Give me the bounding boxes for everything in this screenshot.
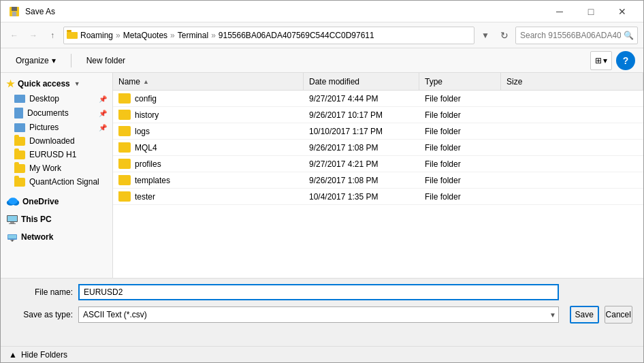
sidebar-item-eurusd[interactable]: EURUSD H1 <box>1 148 112 161</box>
date-config: 9/27/2017 4:44 PM <box>304 94 419 104</box>
close-button[interactable]: ✕ <box>607 1 638 22</box>
header-type[interactable]: Type <box>419 73 501 90</box>
date-mql4: 9/26/2017 1:08 PM <box>304 143 419 153</box>
dropdown-arrow-button[interactable]: ▼ <box>477 27 494 44</box>
type-logs: File folder <box>419 127 501 136</box>
forward-button[interactable]: → <box>25 27 42 44</box>
header-size[interactable]: Size <box>501 73 643 90</box>
table-row[interactable]: logs 10/10/2017 1:17 PM File folder <box>113 123 643 140</box>
mywork-folder-icon <box>14 164 25 173</box>
sidebar-thispc-header[interactable]: This PC <box>1 212 112 227</box>
desktop-icon <box>14 95 25 103</box>
refresh-button[interactable]: ↻ <box>496 27 513 44</box>
type-templates: File folder <box>419 176 501 185</box>
header-name-label: Name <box>118 77 140 86</box>
minimize-button[interactable]: ─ <box>544 1 575 22</box>
header-size-label: Size <box>506 77 522 86</box>
sidebar-item-mywork[interactable]: My Work <box>1 161 112 175</box>
sidebar-onedrive-header[interactable]: OneDrive <box>1 194 112 209</box>
thispc-label: This PC <box>21 215 52 224</box>
table-row[interactable]: history 9/26/2017 10:17 PM File folder <box>113 107 643 123</box>
type-config: File folder <box>419 94 501 104</box>
sidebar-quick-access-header[interactable]: ★ Quick access ▼ <box>1 76 112 92</box>
breadcrumb-sep2: » <box>170 31 175 40</box>
new-folder-button[interactable]: New folder <box>80 51 132 70</box>
save-title-icon <box>9 6 20 17</box>
header-name[interactable]: Name ▲ <box>113 73 304 90</box>
organize-button[interactable]: Organize ▾ <box>9 51 63 70</box>
table-row[interactable]: config 9/27/2017 4:44 PM File folder <box>113 91 643 107</box>
savetype-select-wrapper: ASCII Text (*.csv) ▼ <box>78 306 559 323</box>
date-history: 9/26/2017 10:17 PM <box>304 110 419 120</box>
sidebar-mywork-label: My Work <box>29 163 61 173</box>
sidebar-item-desktop[interactable]: Desktop 📌 <box>1 92 112 106</box>
filename-history: history <box>135 110 159 120</box>
type-profiles: File folder <box>419 159 501 169</box>
filename-tester: tester <box>135 192 155 202</box>
savetype-select[interactable]: ASCII Text (*.csv) <box>78 306 559 323</box>
hide-folders-bar[interactable]: ▲ Hide Folders <box>1 346 643 362</box>
filename-logs: logs <box>135 127 150 136</box>
save-as-dialog: Save As ─ □ ✕ ← → ↑ Roaming » MetaQuotes… <box>0 0 644 363</box>
search-wrapper: 🔍 <box>515 27 638 44</box>
breadcrumb-bar[interactable]: Roaming » MetaQuotes » Terminal » 915566… <box>63 27 474 44</box>
table-row[interactable]: tester 10/4/2017 1:35 PM File folder <box>113 189 643 205</box>
sidebar-item-downloaded[interactable]: Downloaded <box>1 134 112 148</box>
search-input[interactable] <box>515 27 638 44</box>
pin-icon-pictures: 📌 <box>99 124 107 131</box>
filename-input[interactable] <box>78 284 559 300</box>
up-button[interactable]: ↑ <box>44 27 61 44</box>
breadcrumb-id[interactable]: 915566BA06ADA407569C544CC0D97611 <box>219 31 374 40</box>
cancel-button[interactable]: Cancel <box>605 306 633 323</box>
organize-arrow: ▾ <box>52 56 56 65</box>
type-history: File folder <box>419 110 501 120</box>
quick-access-chevron-icon: ▼ <box>74 80 80 87</box>
breadcrumb-folder-icon <box>67 30 78 40</box>
svg-rect-14 <box>10 240 14 240</box>
save-button[interactable]: Save <box>570 306 599 323</box>
date-tester: 10/4/2017 1:35 PM <box>304 192 419 202</box>
table-row[interactable]: MQL4 9/26/2017 1:08 PM File folder <box>113 140 643 156</box>
svg-rect-2 <box>12 12 16 16</box>
network-label: Network <box>21 232 53 242</box>
sidebar-item-quantaction[interactable]: QuantAction Signal <box>1 175 112 189</box>
file-list-area: Name ▲ Date modified Type Size config <box>113 73 643 278</box>
breadcrumb-path: Roaming » MetaQuotes » Terminal » 915566… <box>80 31 374 40</box>
sidebar-desktop-label: Desktop <box>29 94 59 104</box>
breadcrumb-roaming[interactable]: Roaming <box>80 31 113 40</box>
sidebar-network-header[interactable]: Network <box>1 230 112 244</box>
file-list-header: Name ▲ Date modified Type Size <box>113 73 643 91</box>
network-icon <box>6 232 18 242</box>
downloaded-folder-icon <box>14 137 25 146</box>
maximize-button[interactable]: □ <box>575 1 607 22</box>
sidebar: ★ Quick access ▼ Desktop 📌 Documents 📌 P… <box>1 73 113 278</box>
table-row[interactable]: profiles 9/27/2017 4:21 PM File folder <box>113 156 643 172</box>
breadcrumb-metaquotes[interactable]: MetaQuotes <box>123 31 167 40</box>
view-icon: ⊞ <box>595 56 602 65</box>
table-row[interactable]: templates 9/26/2017 1:08 PM File folder <box>113 172 643 189</box>
svg-rect-11 <box>9 223 16 224</box>
help-button[interactable]: ? <box>616 51 635 70</box>
svg-rect-1 <box>12 7 17 11</box>
title-buttons: ─ □ ✕ <box>544 1 638 22</box>
view-button[interactable]: ⊞ ▾ <box>590 51 612 70</box>
new-folder-label: New folder <box>86 56 125 65</box>
back-button[interactable]: ← <box>6 27 22 44</box>
svg-point-7 <box>8 198 17 204</box>
sidebar-item-pictures[interactable]: Pictures 📌 <box>1 121 112 134</box>
svg-rect-9 <box>7 216 17 221</box>
toolbar-divider <box>71 54 71 67</box>
breadcrumb-sep3: » <box>211 31 216 40</box>
header-type-label: Type <box>425 77 442 86</box>
view-arrow: ▾ <box>603 56 607 65</box>
header-date[interactable]: Date modified <box>304 73 419 90</box>
hide-folders-label: Hide Folders <box>21 350 67 360</box>
window-title: Save As <box>25 7 55 16</box>
sidebar-item-documents[interactable]: Documents 📌 <box>1 106 112 121</box>
breadcrumb-terminal[interactable]: Terminal <box>178 31 208 40</box>
filename-templates: templates <box>135 176 170 185</box>
address-bar: ← → ↑ Roaming » MetaQuotes » Terminal » … <box>1 22 643 48</box>
eurusd-folder-icon <box>14 151 25 159</box>
filename-label: File name: <box>12 287 73 297</box>
folder-icon-logs <box>118 126 131 136</box>
